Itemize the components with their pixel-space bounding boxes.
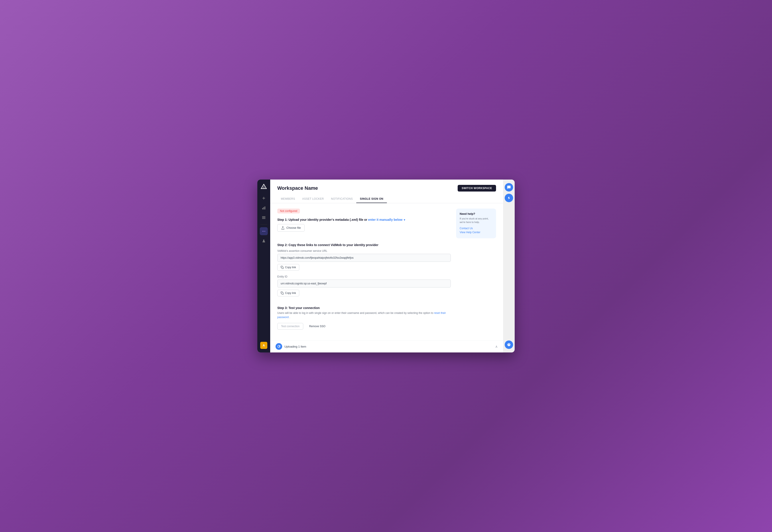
help-sidebar: Need help? If you're stuck at any point,… [456, 209, 496, 335]
sidebar-divider [261, 224, 267, 225]
main-header: Workspace Name SWITCH WORKSPACE [270, 180, 503, 192]
chevron-down-icon: ▾ [404, 218, 405, 221]
tab-bar: MEMBERS ASSET LOCKER NOTIFICATIONS SINGL… [270, 195, 503, 203]
help-button[interactable] [505, 340, 513, 349]
svg-rect-12 [282, 267, 284, 269]
user-avatar[interactable]: A [260, 342, 267, 349]
sidebar-dots-icon[interactable] [260, 227, 268, 235]
copy-icon-2 [281, 291, 284, 295]
upload-status-text: Uploading 1 Item [284, 345, 306, 348]
svg-rect-13 [282, 293, 284, 294]
right-panel [503, 180, 515, 352]
upload-icon [281, 226, 285, 230]
tab-notifications[interactable]: NOTIFICATIONS [327, 195, 356, 203]
sso-content: Not configured Step 1: Upload your ident… [277, 209, 451, 335]
sidebar-analytics-icon[interactable] [260, 204, 268, 212]
action-buttons: Test connection Remove SSO [277, 323, 451, 330]
status-badge: Not configured [277, 209, 300, 213]
consumer-url-input[interactable]: https://app3.vidmob.com/fjieopahtaipojfe… [277, 254, 451, 262]
main-area: Workspace Name SWITCH WORKSPACE MEMBERS … [270, 180, 503, 352]
svg-point-10 [265, 231, 265, 231]
sidebar-add-icon[interactable] [260, 194, 268, 202]
copy-link-button-1[interactable]: Copy link [277, 264, 299, 271]
svg-point-9 [264, 231, 264, 231]
contact-us-link[interactable]: Contact Us [460, 227, 492, 230]
test-connection-button[interactable]: Test connection [277, 323, 303, 330]
switch-workspace-button[interactable]: SWITCH WORKSPACE [458, 185, 496, 192]
svg-rect-2 [262, 208, 263, 209]
step2-section: Step 2: Copy these links to connect VidM… [277, 243, 451, 301]
chat-button[interactable] [505, 183, 513, 192]
tab-members[interactable]: MEMBERS [277, 195, 299, 203]
help-description: If you're stuck at any point, we're here… [460, 217, 492, 224]
svg-point-11 [263, 240, 265, 241]
collapse-upload-button[interactable]: ∧ [495, 344, 498, 349]
svg-rect-3 [264, 207, 264, 209]
view-help-center-link[interactable]: View Help Center [460, 231, 492, 234]
tab-single-sign-on[interactable]: SINGLE SIGN ON [356, 195, 387, 203]
sidebar-stack-icon[interactable] [260, 214, 268, 222]
remove-sso-button[interactable]: Remove SSO [306, 323, 329, 330]
step3-description: Users will be able to log in with single… [277, 311, 451, 319]
help-title: Need help? [460, 212, 492, 215]
choose-file-button[interactable]: Choose file [277, 224, 305, 232]
consumer-url-label: VidMob's assertion consumer service URL [277, 249, 451, 252]
svg-rect-5 [262, 216, 266, 217]
lightning-button[interactable] [505, 194, 513, 202]
content-area: Not configured Step 1: Upload your ident… [270, 203, 503, 340]
workspace-title: Workspace Name [277, 185, 318, 191]
help-box: Need help? If you're stuck at any point,… [456, 209, 496, 238]
copy-link-button-2[interactable]: Copy link [277, 290, 299, 296]
step3-title: Step 3: Test your connection [277, 306, 451, 310]
upload-spinner-icon [276, 343, 282, 350]
entity-id-label: Entity ID [277, 275, 451, 278]
copy-icon-1 [281, 266, 284, 269]
svg-rect-7 [262, 218, 266, 219]
sidebar-user-icon[interactable] [260, 237, 268, 245]
tab-asset-locker[interactable]: ASSET LOCKER [299, 195, 327, 203]
step2-title: Step 2: Copy these links to connect VidM… [277, 243, 451, 247]
step3-section: Step 3: Test your connection Users will … [277, 306, 451, 330]
step1-section: Step 1: Upload your identity provider's … [277, 218, 451, 238]
svg-rect-4 [265, 206, 265, 209]
sidebar: A [257, 180, 270, 352]
step1-link[interactable]: enter it manually below [368, 218, 402, 221]
step1-title: Step 1: Upload your identity provider's … [277, 218, 451, 221]
entity-id-input[interactable]: urn:vidmob;cognito:sp:us-east_fjieowpf [277, 280, 451, 288]
app-logo[interactable] [260, 183, 268, 191]
upload-bar: Uploading 1 Item ∧ [270, 340, 503, 352]
svg-point-8 [262, 231, 263, 231]
svg-rect-6 [262, 217, 266, 218]
